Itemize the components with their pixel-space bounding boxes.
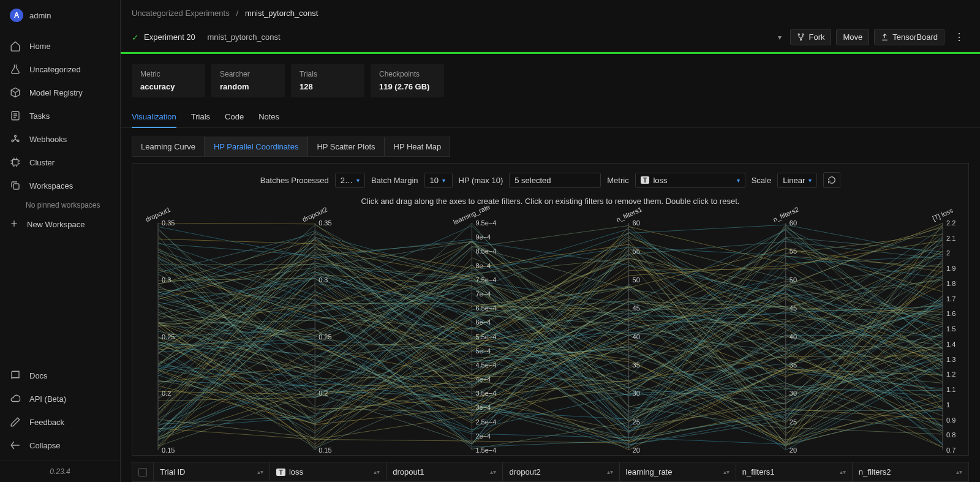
user-row[interactable]: A admin (0, 0, 120, 31)
subtab-hp-parallel[interactable]: HP Parallel Coordinates (205, 137, 308, 157)
sidebar-item-cluster[interactable]: Cluster (0, 151, 120, 174)
sidebar-item-workspaces[interactable]: Workspaces (0, 174, 120, 197)
sidebar: A admin Home Uncategorized Model Registr… (0, 0, 121, 482)
sidebar-item-label: Uncategorized (29, 65, 81, 74)
pencil-icon (10, 416, 21, 427)
subtab-learning-curve[interactable]: Learning Curve (132, 137, 205, 157)
cloud-icon (10, 393, 21, 404)
stat-metric: Metric accuracy (132, 64, 205, 97)
sidebar-item-collapse[interactable]: Collapse (0, 434, 120, 457)
stat-checkpoints: Checkpoints 119 (2.76 GB) (371, 64, 444, 97)
viz-panel: Batches Processed 2…▾ Batch Margin 10▾ H… (132, 163, 969, 456)
svg-point-7 (802, 34, 804, 35)
subtab-hp-scatter[interactable]: HP Scatter Plots (307, 137, 384, 157)
sidebar-item-model-registry[interactable]: Model Registry (0, 81, 120, 104)
new-workspace-label: New Workspace (27, 220, 85, 229)
svg-rect-4 (13, 160, 18, 165)
svg-point-3 (15, 135, 17, 137)
sort-icon: ▴▾ (374, 469, 380, 475)
list-icon (10, 110, 21, 121)
tab-notes[interactable]: Notes (258, 107, 279, 127)
webhook-icon (10, 134, 21, 145)
experiment-title: Experiment 20 (144, 32, 195, 42)
sort-icon: ▴▾ (257, 469, 263, 475)
sidebar-item-label: Cluster (29, 158, 55, 167)
move-button[interactable]: Move (836, 29, 869, 45)
version-label: 0.23.4 (0, 461, 120, 482)
batches-label: Batches Processed (260, 176, 329, 185)
copy-icon (10, 180, 21, 191)
sidebar-item-tasks[interactable]: Tasks (0, 104, 120, 127)
sidebar-item-label: Tasks (29, 111, 50, 121)
tab-visualization[interactable]: Visualization (132, 107, 176, 127)
sidebar-item-home[interactable]: Home (0, 34, 120, 58)
sidebar-item-feedback[interactable]: Feedback (0, 410, 120, 434)
sort-icon: ▴▾ (956, 469, 962, 475)
sidebar-item-label: Collapse (29, 441, 61, 450)
fork-button[interactable]: Fork (790, 29, 831, 45)
sort-icon: ▴▾ (490, 469, 496, 475)
stats-row: Metric accuracy Searcher random Trials 1… (121, 54, 980, 102)
book-icon (10, 370, 21, 381)
new-workspace-button[interactable]: New Workspace (0, 213, 120, 236)
viz-subtabs: Learning Curve HP Parallel Coordinates H… (121, 128, 980, 163)
plus-icon (10, 219, 18, 230)
sidebar-item-label: Docs (29, 371, 48, 380)
breadcrumb-parent[interactable]: Uncategorized Experiments (132, 9, 230, 18)
sidebar-item-uncategorized[interactable]: Uncategorized (0, 58, 120, 81)
svg-point-1 (12, 140, 13, 142)
experiment-header: ✓ Experiment 20 mnist_pytorch_const ▾ Fo… (121, 24, 980, 52)
scale-select[interactable]: Linear▾ (777, 173, 817, 188)
sidebar-item-label: Workspaces (29, 181, 73, 190)
sort-icon: ▴▾ (840, 469, 846, 475)
chevron-down-icon[interactable]: ▾ (774, 33, 785, 42)
cube-icon (10, 87, 21, 98)
batches-select[interactable]: 2…▾ (335, 173, 365, 188)
metric-badge: T (641, 176, 650, 184)
username: admin (29, 11, 51, 20)
sidebar-item-label: API (Beta) (29, 394, 66, 404)
th-dropout1[interactable]: dropout1▴▾ (386, 462, 502, 481)
sort-icon: ▴▾ (607, 469, 613, 475)
sidebar-item-docs[interactable]: Docs (0, 364, 120, 387)
th-trial-id[interactable]: Trial ID▴▾ (153, 462, 270, 481)
helper-text: Click and drag along the axes to create … (140, 194, 961, 212)
metric-select[interactable]: T loss ▾ (635, 173, 745, 188)
stat-trials: Trials 128 (291, 64, 364, 97)
chevron-down-icon: ▾ (442, 177, 445, 184)
sidebar-item-label: Model Registry (29, 88, 83, 97)
breadcrumb: Uncategorized Experiments / mnist_pytorc… (121, 0, 980, 24)
upload-icon (881, 33, 889, 41)
overflow-menu-icon[interactable]: ⋮ (949, 31, 969, 43)
sidebar-item-label: Feedback (29, 418, 64, 427)
tabs: Visualization Trials Code Notes (121, 102, 980, 128)
sidebar-bottom: Docs API (Beta) Feedback Collapse (0, 364, 120, 461)
th-nfilters2[interactable]: n_filters2▴▾ (852, 462, 968, 481)
margin-label: Batch Margin (371, 176, 418, 185)
chevron-down-icon: ▾ (737, 177, 740, 184)
hp-select[interactable]: 5 selected (509, 173, 601, 188)
collapse-icon (10, 440, 21, 451)
th-nfilters1[interactable]: n_filters1▴▾ (736, 462, 852, 481)
chip-icon (10, 157, 21, 168)
tab-trials[interactable]: Trials (191, 107, 210, 127)
sidebar-item-label: Webhooks (29, 135, 67, 144)
sidebar-item-api[interactable]: API (Beta) (0, 387, 120, 410)
sidebar-item-webhooks[interactable]: Webhooks (0, 127, 120, 151)
th-learning-rate[interactable]: learning_rate▴▾ (619, 462, 736, 481)
status-check-icon: ✓ (132, 32, 139, 42)
select-all-checkbox[interactable] (132, 463, 153, 481)
hp-label: HP (max 10) (459, 176, 503, 185)
subtab-hp-heatmap[interactable]: HP Heat Map (385, 137, 451, 157)
tensorboard-button[interactable]: TensorBoard (874, 29, 944, 45)
svg-point-6 (799, 34, 800, 35)
reload-button[interactable] (823, 172, 840, 188)
flask-icon (10, 64, 21, 75)
metric-label: Metric (607, 176, 628, 185)
th-loss[interactable]: Tloss▴▾ (270, 462, 386, 481)
parallel-coordinates-chart[interactable]: dropout10.350.30.250.20.15dropout20.350.… (140, 212, 961, 450)
tab-code[interactable]: Code (225, 107, 244, 127)
margin-select[interactable]: 10▾ (424, 173, 453, 188)
th-dropout2[interactable]: dropout2▴▾ (502, 462, 619, 481)
trials-table-header: Trial ID▴▾ Tloss▴▾ dropout1▴▾ dropout2▴▾… (132, 462, 969, 482)
